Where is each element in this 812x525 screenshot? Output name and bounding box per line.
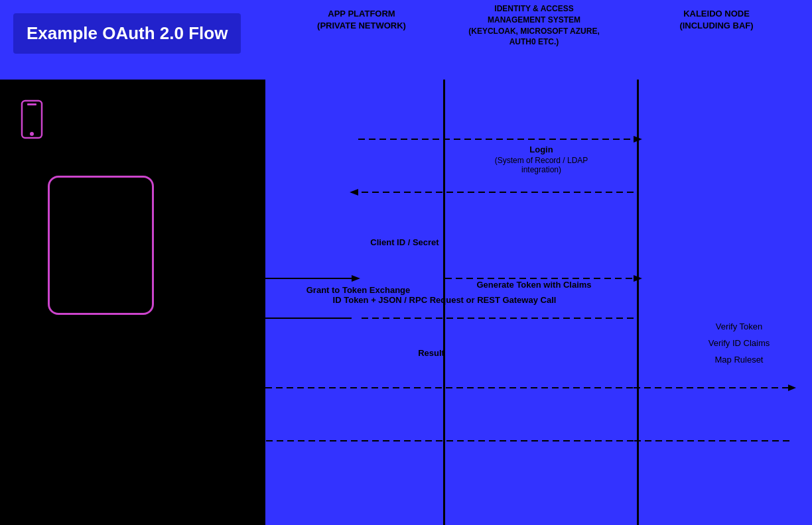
- kaleido-verify-token: Verify Token: [679, 321, 799, 331]
- arrow-token-return: [257, 315, 265, 321]
- generate-token-label: Generate Token with Claims: [458, 280, 610, 290]
- arrow-login-return: [350, 189, 358, 196]
- arrow-id-token: [788, 384, 796, 391]
- col-header-iam: IDENTITY & ACCESS MANAGEMENT SYSTEM (KEY…: [438, 0, 630, 48]
- title-area: Example OAuth 2.0 Flow: [13, 13, 241, 54]
- kaleido-map-ruleset: Map Ruleset: [679, 355, 799, 365]
- grant-exchange-label: Grant to Token Exchange: [285, 285, 431, 295]
- arrow-result: [257, 438, 265, 444]
- arrow-grant-right: [352, 275, 360, 282]
- kaleido-verify-claims: Verify ID Claims: [679, 338, 799, 348]
- col-header-app: APP PLATFORM (PRIVATE NETWORK): [285, 0, 438, 32]
- page-title: Example OAuth 2.0 Flow: [27, 23, 228, 44]
- id-token-label: ID Token + JSON / RPC Request or REST Ga…: [279, 295, 610, 305]
- arrow-login: [634, 136, 642, 143]
- arrow-grant-iam: [634, 275, 642, 282]
- result-label: Result: [391, 348, 471, 358]
- login-label: Login (System of Record / LDAP integrati…: [475, 145, 608, 174]
- client-id-label: Client ID / Secret: [332, 237, 478, 247]
- col-header-kaleido: KALEIDO NODE (INCLUDING BAF): [643, 0, 789, 32]
